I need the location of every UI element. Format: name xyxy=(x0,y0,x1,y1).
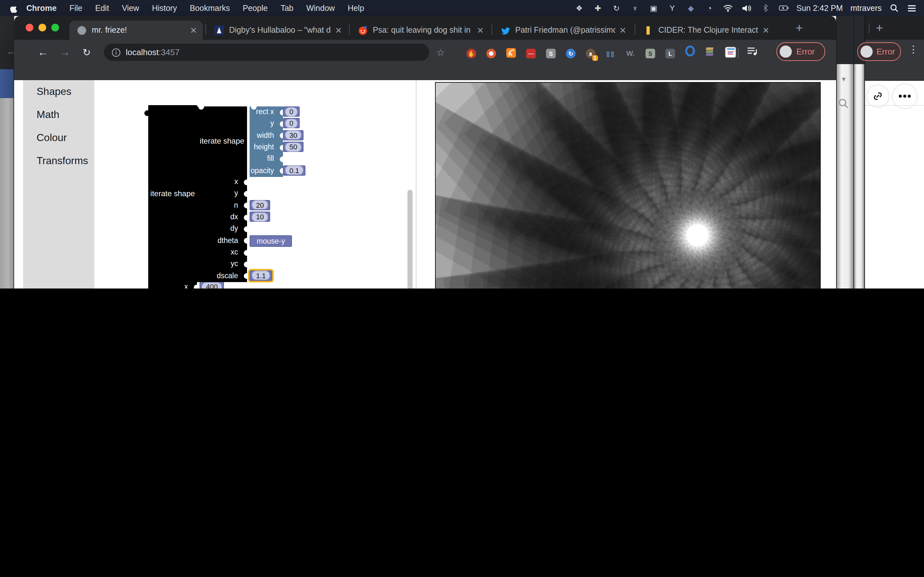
s-icon[interactable]: S xyxy=(546,47,556,59)
menubar-clock[interactable]: Sun 2:42 PM xyxy=(796,3,843,13)
value-chip-rectx[interactable]: 0 xyxy=(283,106,300,117)
forward-button[interactable]: → xyxy=(57,44,73,61)
globe-icon xyxy=(77,25,87,35)
duckduckgo-icon[interactable] xyxy=(486,47,496,58)
pushbullet-icon[interactable]: ⋯ xyxy=(526,47,536,59)
reddit-favicon xyxy=(358,25,368,35)
reload-button[interactable]: ↻ xyxy=(78,44,95,61)
l-icon[interactable]: L xyxy=(666,47,675,59)
rss-icon[interactable] xyxy=(506,47,516,58)
timemachine-icon[interactable]: ◔ xyxy=(704,3,714,13)
plugin-icon[interactable]: ✚ xyxy=(593,3,603,13)
tab-1[interactable]: mr. frieze!✕ xyxy=(69,21,203,40)
battery-icon[interactable] xyxy=(779,3,788,13)
chrome-window: mr. frieze!✕Digby's Hullabaloo – "what d… xyxy=(14,16,836,288)
apple-menu-icon[interactable] xyxy=(9,3,19,13)
back-button[interactable]: ← xyxy=(35,44,51,61)
pixeldots-icon[interactable]: ⣿⣿ xyxy=(606,47,615,59)
zoom-window-button[interactable] xyxy=(51,24,59,31)
tab-3[interactable]: Psa: quit leaving dog shit in b✕ xyxy=(351,21,489,40)
bluetooth-icon[interactable] xyxy=(760,3,770,13)
value-chip-dtheta[interactable]: mouse-y xyxy=(250,235,292,247)
notification-center-icon[interactable] xyxy=(907,3,916,13)
block-param-yc: yc xyxy=(197,260,238,268)
block-param-fill: fill xyxy=(250,155,274,163)
value-chip-height[interactable]: 50 xyxy=(283,142,304,152)
value-chip-dx[interactable]: 10 xyxy=(250,211,270,222)
sidebar-item-colour[interactable]: Colour xyxy=(23,126,94,149)
tab-close-icon[interactable]: ✕ xyxy=(762,25,769,35)
bookmark-star-icon[interactable]: ☆ xyxy=(436,47,445,58)
playlist-icon[interactable] xyxy=(747,47,758,56)
menu-file[interactable]: File xyxy=(63,3,89,13)
session-icon[interactable]: ↻ xyxy=(566,47,575,59)
menu-tab[interactable]: Tab xyxy=(274,3,300,13)
wifi-icon[interactable] xyxy=(723,3,733,13)
block-connector-nub xyxy=(144,110,150,116)
wayback-icon[interactable]: W. xyxy=(626,47,635,58)
tab-close-icon[interactable]: ✕ xyxy=(190,25,197,35)
new-tab-button[interactable]: + xyxy=(796,21,803,35)
block-param-width: width xyxy=(250,131,274,139)
sidebar-item-math[interactable]: Math xyxy=(23,103,94,126)
zotero-icon[interactable] xyxy=(705,47,715,59)
menubar-user[interactable]: mtravers xyxy=(851,3,882,13)
inner-iterate-label: iterate shape xyxy=(197,137,247,145)
value-chip-n[interactable]: 20 xyxy=(250,200,270,210)
tab-4[interactable]: Patri Friedman (@patrissimo)✕ xyxy=(493,21,632,40)
menu-bookmarks[interactable]: Bookmarks xyxy=(183,3,236,13)
search-icon xyxy=(838,98,848,108)
tab-close-icon[interactable]: ✕ xyxy=(335,25,342,35)
share-link-button[interactable] xyxy=(866,85,889,108)
socket xyxy=(244,274,250,279)
menu-view[interactable]: View xyxy=(115,3,145,13)
tab-close-icon[interactable]: ✕ xyxy=(619,25,626,35)
raccoon-icon[interactable]: ᴥ1 xyxy=(586,47,596,59)
close-window-button[interactable] xyxy=(26,24,33,31)
block-param-x: x xyxy=(197,177,238,185)
site-info-icon[interactable] xyxy=(111,48,121,57)
volume-icon[interactable] xyxy=(742,3,751,13)
display-icon[interactable]: ▣ xyxy=(649,3,658,13)
minimize-window-button[interactable] xyxy=(39,24,46,31)
block-param-opacity: opacity xyxy=(250,167,274,174)
value-chip-dscale[interactable]: 1.1 xyxy=(250,271,272,281)
profile-error-button[interactable]: Error xyxy=(776,42,825,61)
sync-icon[interactable]: ↻ xyxy=(612,3,621,13)
socket xyxy=(244,226,250,232)
menu-history[interactable]: History xyxy=(145,3,184,13)
adblock-icon[interactable]: ✋ xyxy=(467,47,476,59)
menu-window[interactable]: Window xyxy=(300,3,341,13)
art-canvas[interactable] xyxy=(435,82,821,288)
workspace-vscrollbar[interactable] xyxy=(407,190,413,288)
background-window-left-edge: ← xyxy=(0,16,14,288)
value-chip-width[interactable]: 30 xyxy=(283,130,304,140)
menu-chrome[interactable]: Chrome xyxy=(19,3,63,13)
camo-icon[interactable]: S xyxy=(646,47,655,59)
menu-people[interactable]: People xyxy=(236,3,274,13)
menu-help[interactable]: Help xyxy=(341,3,371,13)
littlesnitch-icon[interactable]: Y xyxy=(667,3,677,13)
fulltitles-icon[interactable] xyxy=(725,47,736,59)
tab-5[interactable]: CIDER: The Clojure Interactive✕ xyxy=(636,21,775,40)
sidebar-item-transforms[interactable]: Transforms xyxy=(23,149,94,172)
value-chip-y[interactable]: 0 xyxy=(283,118,300,129)
address-bar[interactable]: localhost:3457 xyxy=(104,44,429,61)
block-param-dy: dy xyxy=(197,225,238,232)
profile-error-button[interactable]: Error xyxy=(857,42,901,61)
tab-2[interactable]: Digby's Hullabaloo – "what dig✕ xyxy=(207,21,348,40)
chrome-menu-icon[interactable]: ⋮ xyxy=(909,44,918,55)
background-window-gray-strip xyxy=(0,98,13,288)
value-chip-x[interactable]: 400 xyxy=(200,282,224,288)
new-tab-button[interactable]: + xyxy=(876,21,883,35)
value-chip-opacity[interactable]: 0.1 xyxy=(283,165,306,176)
dropbox-icon[interactable]: ❖ xyxy=(574,3,584,13)
socket xyxy=(244,261,250,268)
diamond-icon[interactable]: ◆ xyxy=(686,3,696,13)
tab-close-icon[interactable]: ✕ xyxy=(477,25,484,35)
sidebar-item-shapes[interactable]: Shapes xyxy=(23,80,94,103)
docker-icon[interactable]: ♆ xyxy=(630,3,640,13)
menu-edit[interactable]: Edit xyxy=(89,3,115,13)
o-icon[interactable] xyxy=(685,46,695,59)
spotlight-search-icon[interactable] xyxy=(889,3,899,13)
